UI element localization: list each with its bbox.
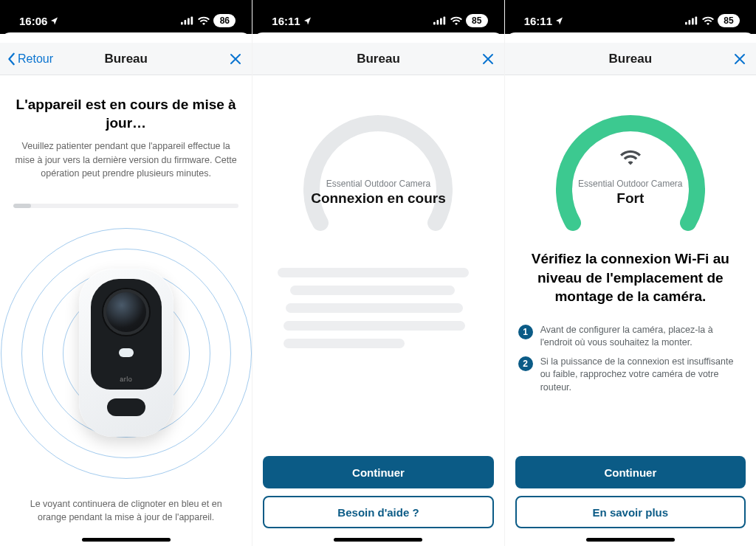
status-time: 16:06 <box>19 15 47 27</box>
signal-gauge: Essential Outdoor Camera Connexion en co… <box>294 108 462 239</box>
update-subtitle: Veuillez patienter pendant que l'apparei… <box>13 139 238 179</box>
step-number-icon: 2 <box>518 356 533 371</box>
svg-rect-5 <box>436 20 439 24</box>
status-time: 16:11 <box>272 15 300 27</box>
sheet-corner <box>0 32 252 43</box>
signal-gauge: Essential Outdoor Camera Fort <box>546 108 715 239</box>
learn-more-label: En savoir plus <box>593 506 669 519</box>
cellular-icon <box>181 15 194 27</box>
home-indicator[interactable] <box>82 538 171 542</box>
page-title: Bureau <box>609 52 653 66</box>
gauge-status: Connexion en cours <box>294 190 462 207</box>
close-button[interactable] <box>482 43 494 75</box>
placeholder-text <box>252 239 504 356</box>
letterbox <box>505 0 756 7</box>
location-icon <box>50 15 59 27</box>
wifi-icon <box>198 15 210 27</box>
step-number-icon: 1 <box>518 325 533 339</box>
instruction-step: 2 Si la puissance de la connexion est in… <box>518 356 743 395</box>
close-button[interactable] <box>230 43 241 75</box>
instructions-title: Vérifiez la connexion Wi-Fi au niveau de… <box>505 239 756 314</box>
svg-rect-10 <box>692 18 694 24</box>
wifi-signal-icon <box>620 149 641 168</box>
camera-icon: arlo <box>72 261 181 444</box>
continue-label: Continuer <box>352 466 405 479</box>
help-button[interactable]: Besoin d'aide ? <box>263 496 493 528</box>
camera-brand: arlo <box>120 376 132 383</box>
screen-signal-strong: 16:11 85 Bureau <box>504 0 756 546</box>
letterbox <box>0 0 252 7</box>
help-label: Besoin d'aide ? <box>337 506 419 519</box>
close-button[interactable] <box>734 43 746 75</box>
continue-label: Continuer <box>604 466 656 479</box>
nav-bar: Bureau <box>252 43 504 75</box>
screen-firmware-update: 16:06 86 Retour Bureau L'appareil est en <box>0 0 252 546</box>
gauge-status: Fort <box>546 190 715 207</box>
wifi-icon <box>702 15 714 27</box>
page-title: Bureau <box>104 52 148 66</box>
step-text: Si la puissance de la connexion est insu… <box>540 356 743 395</box>
page-title: Bureau <box>357 52 400 66</box>
svg-rect-6 <box>440 18 442 24</box>
wifi-icon <box>450 15 462 27</box>
status-bar: 16:11 85 <box>505 7 756 34</box>
location-icon <box>555 15 564 27</box>
location-icon <box>303 15 312 27</box>
back-button[interactable]: Retour <box>7 43 53 75</box>
device-illustration: arlo <box>0 214 252 493</box>
gauge-device: Essential Outdoor Camera <box>294 179 462 189</box>
svg-rect-4 <box>433 21 436 24</box>
instructions-list: 1 Avant de configurer la caméra, placez-… <box>505 314 756 401</box>
content: L'appareil est en cours de mise à jour… … <box>0 75 252 546</box>
back-label: Retour <box>18 52 53 66</box>
battery-indicator: 86 <box>213 14 236 27</box>
cellular-icon <box>433 15 447 27</box>
home-indicator[interactable] <box>334 538 422 542</box>
svg-rect-11 <box>695 16 697 24</box>
status-bar: 16:11 85 <box>252 7 504 34</box>
content: Essential Outdoor Camera Connexion en co… <box>252 75 504 546</box>
svg-rect-1 <box>185 20 187 24</box>
battery-indicator: 85 <box>718 14 740 27</box>
screen-connecting: 16:11 85 Bureau <box>252 0 504 546</box>
learn-more-button[interactable]: En savoir plus <box>515 496 746 528</box>
status-time: 16:11 <box>524 15 552 27</box>
nav-bar: Bureau <box>505 43 756 75</box>
step-text: Avant de configurer la caméra, placez-la… <box>540 324 743 350</box>
letterbox <box>252 0 504 7</box>
content: Essential Outdoor Camera Fort Vérifiez l… <box>505 75 756 546</box>
sheet-corner <box>252 32 504 43</box>
cellular-icon <box>685 15 698 27</box>
instruction-step: 1 Avant de configurer la caméra, placez-… <box>518 324 743 350</box>
sheet-corner <box>505 32 756 43</box>
svg-rect-9 <box>688 20 690 24</box>
nav-bar: Retour Bureau <box>0 43 252 75</box>
svg-rect-0 <box>181 21 183 24</box>
svg-rect-7 <box>443 16 445 24</box>
svg-rect-8 <box>685 21 687 24</box>
progress-bar <box>13 204 238 208</box>
update-title: L'appareil est en cours de mise à jour… <box>13 96 238 132</box>
svg-rect-2 <box>188 18 190 24</box>
battery-indicator: 85 <box>466 14 488 27</box>
continue-button[interactable]: Continuer <box>515 456 746 488</box>
gauge-device: Essential Outdoor Camera <box>546 179 715 189</box>
svg-rect-3 <box>191 16 193 24</box>
continue-button[interactable]: Continuer <box>263 456 493 488</box>
status-bar: 16:06 86 <box>0 7 252 34</box>
home-indicator[interactable] <box>586 538 675 542</box>
